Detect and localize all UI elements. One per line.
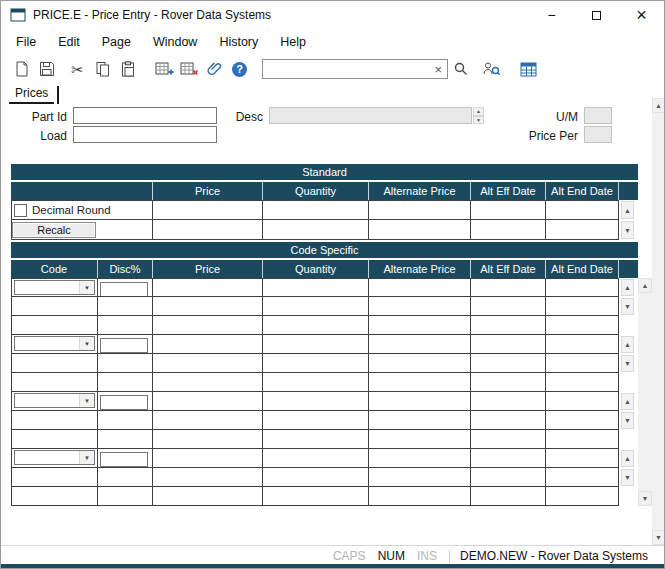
quantity-cell[interactable] bbox=[263, 411, 369, 430]
paste-button[interactable] bbox=[115, 57, 140, 81]
alt-end-date-cell[interactable] bbox=[546, 297, 619, 316]
new-document-button[interactable] bbox=[9, 57, 34, 81]
disc-percent-cell[interactable] bbox=[98, 411, 153, 430]
close-icon[interactable]: × bbox=[619, 1, 664, 29]
chevron-down-icon[interactable]: ▼ bbox=[79, 394, 94, 407]
minimize-icon[interactable]: − bbox=[529, 1, 574, 29]
quantity-cell[interactable] bbox=[263, 335, 369, 354]
disc-percent-cell[interactable] bbox=[98, 373, 153, 392]
alternate-price-cell[interactable] bbox=[369, 278, 471, 297]
alt-end-date-cell[interactable] bbox=[546, 316, 619, 335]
chevron-down-icon[interactable]: ▼ bbox=[79, 281, 94, 294]
menu-history[interactable]: History bbox=[208, 31, 269, 53]
recalc-button[interactable]: Recalc bbox=[12, 222, 96, 238]
price-cell[interactable] bbox=[153, 487, 263, 506]
price-cell[interactable] bbox=[153, 392, 263, 411]
help-button[interactable]: ? bbox=[227, 57, 252, 81]
chevron-down-icon[interactable]: ▼ bbox=[79, 451, 94, 464]
code-cell[interactable]: ▼ bbox=[11, 392, 98, 411]
code-cell[interactable] bbox=[11, 430, 98, 449]
alt-eff-date-cell[interactable] bbox=[471, 392, 546, 411]
scroll-down-icon[interactable]: ▼ bbox=[652, 530, 665, 545]
alt-end-date-cell[interactable] bbox=[546, 487, 619, 506]
scroll-down-icon[interactable]: ▼ bbox=[621, 298, 634, 315]
menu-file[interactable]: File bbox=[5, 31, 47, 53]
disc-percent-cell[interactable] bbox=[98, 316, 153, 335]
search-button[interactable] bbox=[448, 57, 473, 81]
code-cell[interactable] bbox=[11, 354, 98, 373]
alt-eff-date-cell[interactable] bbox=[471, 200, 546, 220]
disc-percent-cell[interactable] bbox=[98, 449, 153, 468]
price-cell[interactable] bbox=[153, 297, 263, 316]
alt-end-date-cell[interactable] bbox=[546, 430, 619, 449]
menu-help[interactable]: Help bbox=[269, 31, 317, 53]
code-cell[interactable] bbox=[11, 316, 98, 335]
quantity-cell[interactable] bbox=[263, 449, 369, 468]
alt-eff-date-cell[interactable] bbox=[471, 487, 546, 506]
alternate-price-cell[interactable] bbox=[369, 200, 471, 220]
code-cell[interactable]: ▼ bbox=[11, 335, 98, 354]
desc-scroll-up-icon[interactable]: ▲ bbox=[473, 107, 484, 116]
alt-end-date-cell[interactable] bbox=[546, 278, 619, 297]
quantity-cell[interactable] bbox=[263, 297, 369, 316]
alt-end-date-cell[interactable] bbox=[546, 373, 619, 392]
scroll-up-icon[interactable]: ▲ bbox=[638, 278, 652, 293]
alt-end-date-cell[interactable] bbox=[546, 335, 619, 354]
code-select[interactable]: ▼ bbox=[14, 336, 95, 351]
disc-percent-cell[interactable] bbox=[98, 468, 153, 487]
alternate-price-cell[interactable] bbox=[369, 392, 471, 411]
alt-eff-date-cell[interactable] bbox=[471, 316, 546, 335]
price-cell[interactable] bbox=[153, 200, 263, 220]
price-cell[interactable] bbox=[153, 335, 263, 354]
quantity-cell[interactable] bbox=[263, 373, 369, 392]
clear-search-icon[interactable]: × bbox=[429, 62, 447, 77]
price-cell[interactable] bbox=[153, 373, 263, 392]
scroll-up-icon[interactable]: ▲ bbox=[621, 336, 634, 353]
disc-percent-cell[interactable] bbox=[98, 278, 153, 297]
scroll-up-icon[interactable]: ▲ bbox=[621, 450, 634, 467]
disc-percent-cell[interactable] bbox=[98, 297, 153, 316]
delete-record-button[interactable] bbox=[177, 57, 202, 81]
disc-percent-cell[interactable] bbox=[98, 354, 153, 373]
disc-percent-cell[interactable] bbox=[98, 392, 153, 411]
price-cell[interactable] bbox=[153, 316, 263, 335]
alt-eff-date-cell[interactable] bbox=[471, 468, 546, 487]
code-cell[interactable] bbox=[11, 468, 98, 487]
disc-percent-input[interactable] bbox=[100, 395, 148, 410]
tab-prices[interactable]: Prices bbox=[9, 84, 54, 104]
load-input[interactable] bbox=[73, 126, 217, 143]
menu-page[interactable]: Page bbox=[91, 31, 142, 53]
alt-eff-date-cell[interactable] bbox=[471, 449, 546, 468]
part-id-input[interactable] bbox=[73, 107, 217, 124]
browse-table-button[interactable] bbox=[516, 57, 541, 81]
code-specific-scrollbar[interactable]: ▲ ▼ bbox=[638, 278, 652, 506]
alternate-price-cell[interactable] bbox=[369, 354, 471, 373]
alt-eff-date-cell[interactable] bbox=[471, 354, 546, 373]
code-select[interactable]: ▼ bbox=[14, 280, 95, 295]
menu-edit[interactable]: Edit bbox=[47, 31, 91, 53]
alt-end-date-cell[interactable] bbox=[546, 411, 619, 430]
desc-scroll-down-icon[interactable]: ▼ bbox=[473, 116, 484, 125]
search-input[interactable] bbox=[263, 62, 429, 76]
alt-end-date-cell[interactable] bbox=[546, 468, 619, 487]
code-cell[interactable] bbox=[11, 411, 98, 430]
alt-eff-date-cell[interactable] bbox=[471, 335, 546, 354]
disc-percent-cell[interactable] bbox=[98, 487, 153, 506]
quantity-cell[interactable] bbox=[263, 278, 369, 297]
quantity-cell[interactable] bbox=[263, 392, 369, 411]
scroll-down-icon[interactable]: ▼ bbox=[621, 469, 634, 486]
disc-percent-input[interactable] bbox=[100, 452, 148, 467]
save-button[interactable] bbox=[34, 57, 59, 81]
decimal-round-checkbox[interactable] bbox=[14, 204, 27, 217]
alt-end-date-cell[interactable] bbox=[546, 392, 619, 411]
scroll-up-icon[interactable]: ▲ bbox=[652, 98, 665, 113]
alternate-price-cell[interactable] bbox=[369, 335, 471, 354]
quantity-cell[interactable] bbox=[263, 487, 369, 506]
alternate-price-cell[interactable] bbox=[369, 297, 471, 316]
alt-eff-date-cell[interactable] bbox=[471, 278, 546, 297]
quantity-cell[interactable] bbox=[263, 468, 369, 487]
price-cell[interactable] bbox=[153, 449, 263, 468]
alt-end-date-cell[interactable] bbox=[546, 449, 619, 468]
quantity-cell[interactable] bbox=[263, 220, 369, 240]
maximize-icon[interactable] bbox=[574, 1, 619, 29]
